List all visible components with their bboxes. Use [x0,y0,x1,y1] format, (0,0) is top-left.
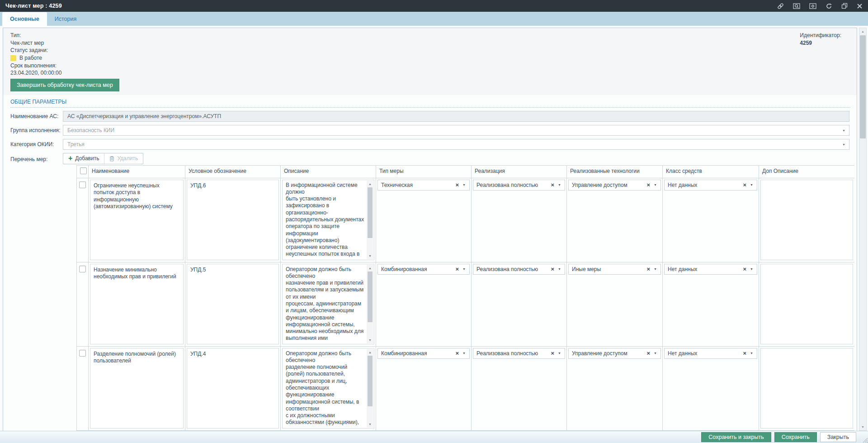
technologies-combo[interactable]: Управление доступом × ▼ [568,348,661,359]
preview-search-icon[interactable] [793,3,800,10]
technologies-combo[interactable]: Иные меры × ▼ [568,264,661,275]
caret-down-icon[interactable]: ▼ [461,267,469,271]
extra-description-field[interactable] [760,180,853,260]
okii-category-field[interactable] [63,139,849,150]
checklist-window: Чек-лист мер : 4259 [0,0,868,443]
caret-down-icon[interactable]: ▼ [749,267,757,271]
close-button[interactable]: Закрыть [820,432,856,442]
footer-bar: Сохранить и закрыть Сохранить Закрыть [0,431,868,443]
resize-grip[interactable] [863,438,868,443]
add-measure-label: Добавить [75,155,99,162]
measure-designation-field[interactable]: УПД.5 [187,264,279,344]
clear-icon[interactable]: × [644,266,652,272]
tool-class-combo[interactable]: Нет данных × ▼ [664,348,757,359]
close-icon[interactable] [857,3,863,9]
measure-description-field[interactable]: Оператором должно быть обеспечено назнач… [282,264,374,344]
caret-down-icon[interactable]: ▼ [749,183,757,186]
measure-type-combo[interactable]: Техническая × ▼ [377,180,470,191]
realization-combo[interactable]: Реализована полностью × ▼ [473,348,565,359]
col-header-name: Наименование [89,165,185,178]
measure-type-combo[interactable]: Комбинированная × ▼ [377,348,470,359]
clear-icon[interactable]: × [741,350,749,357]
select-all-checkbox[interactable] [80,167,87,174]
scrollbar-up-icon[interactable]: ▲ [859,28,866,35]
refresh-icon[interactable] [826,3,832,10]
scroll-thumb[interactable] [368,187,373,238]
scroll-down-icon[interactable]: ▼ [367,421,373,427]
scroll-up-icon[interactable]: ▲ [367,349,373,355]
caret-down-icon[interactable]: ▼ [652,183,660,186]
exec-group-label: Группа исполнения: [10,127,63,133]
clear-icon[interactable]: × [453,266,461,272]
measure-description-field[interactable]: Оператором должно быть обеспечено раздел… [282,348,374,429]
caret-down-icon[interactable]: ▼ [461,352,469,355]
scroll-up-icon[interactable]: ▲ [367,265,373,271]
caret-down-icon[interactable]: ▼ [749,352,757,355]
scroll-up-icon[interactable]: ▲ [367,181,373,187]
tool-class-combo[interactable]: Нет данных × ▼ [664,264,757,275]
form-row-measures: Перечень мер: + Добавить Удалить [10,153,849,431]
finish-checklist-button[interactable]: Завершить обработку чек-листа мер [10,79,119,91]
clear-icon[interactable]: × [453,350,461,357]
caret-down-icon[interactable]: ▼ [557,352,565,355]
as-name-field[interactable] [63,111,849,122]
tab-history[interactable]: История [47,12,84,26]
caret-down-icon[interactable]: ▼ [652,352,660,355]
realization-combo[interactable]: Реализована полностью × ▼ [473,264,565,275]
measure-designation-field[interactable]: УПД.6 [187,180,279,260]
clear-icon[interactable]: × [548,266,557,272]
measure-designation-field[interactable]: УПД.4 [187,348,279,429]
clear-icon[interactable]: × [548,350,557,357]
clear-icon[interactable]: × [741,266,749,272]
status-color-swatch [10,55,16,61]
measure-type-combo[interactable]: Комбинированная × ▼ [377,264,470,275]
measures-table: Наименование Условное обозначение Описан… [76,165,854,431]
clear-icon[interactable]: × [548,181,557,188]
description-scrollbar[interactable]: ▲ ▼ [367,265,373,343]
scroll-down-icon[interactable]: ▼ [367,337,373,343]
clear-icon[interactable]: × [453,181,461,188]
scrollbar-thumb[interactable] [860,35,866,138]
trash-icon [109,156,114,162]
tab-main[interactable]: Основные [2,12,47,26]
extra-description-field[interactable] [760,348,853,429]
description-scrollbar[interactable]: ▲ ▼ [367,349,373,428]
save-and-close-button[interactable]: Сохранить и закрыть [701,432,771,442]
scrollbar-down-icon[interactable]: ▼ [859,424,866,430]
restore-icon[interactable] [841,3,848,9]
measure-name: Ограничение неуспешных попыток доступа в… [90,180,184,260]
tab-bar: Основные История [0,12,868,26]
description-scrollbar[interactable]: ▲ ▼ [367,181,373,259]
caret-down-icon[interactable]: ▼ [652,267,660,271]
plus-icon: + [68,155,72,162]
technologies-combo[interactable]: Управление доступом × ▼ [568,180,661,191]
scroll-down-icon[interactable]: ▼ [367,253,373,259]
add-measure-button[interactable]: + Добавить [63,153,104,164]
scroll-thumb[interactable] [368,356,373,406]
tool-class-combo[interactable]: Нет данных × ▼ [664,180,757,191]
measures-toolbar: + Добавить Удалить [63,153,143,164]
caret-down-icon[interactable]: ▼ [557,267,565,271]
caret-down-icon[interactable]: ▼ [557,183,565,186]
clear-icon[interactable]: × [741,181,749,188]
exec-group-field[interactable] [63,125,849,136]
save-button[interactable]: Сохранить [774,432,817,442]
settings-window-icon[interactable] [809,3,816,10]
link-icon[interactable] [777,3,784,10]
page-scrollbar[interactable]: ▲ ▼ [859,28,867,431]
delete-measure-button[interactable]: Удалить [104,153,143,164]
clear-icon[interactable]: × [644,350,652,357]
title-bar: Чек-лист мер : 4259 [0,0,868,12]
measure-name: Разделение полномочий (ролей) пользовате… [90,348,184,429]
table-row: Назначение минимально необходимых прав и… [77,262,855,346]
extra-description-field[interactable] [760,264,853,344]
scroll-thumb[interactable] [368,272,373,322]
clear-icon[interactable]: × [644,181,652,188]
measure-description-field[interactable]: В информационной системе должно быть уст… [282,180,374,260]
content-area: Тип: Чек-лист мер Статус задачи: В работ… [0,26,868,431]
row-checkbox[interactable] [79,266,86,272]
realization-combo[interactable]: Реализована полностью × ▼ [473,180,565,191]
row-checkbox[interactable] [79,350,86,357]
caret-down-icon[interactable]: ▼ [461,183,469,186]
row-checkbox[interactable] [79,181,86,188]
